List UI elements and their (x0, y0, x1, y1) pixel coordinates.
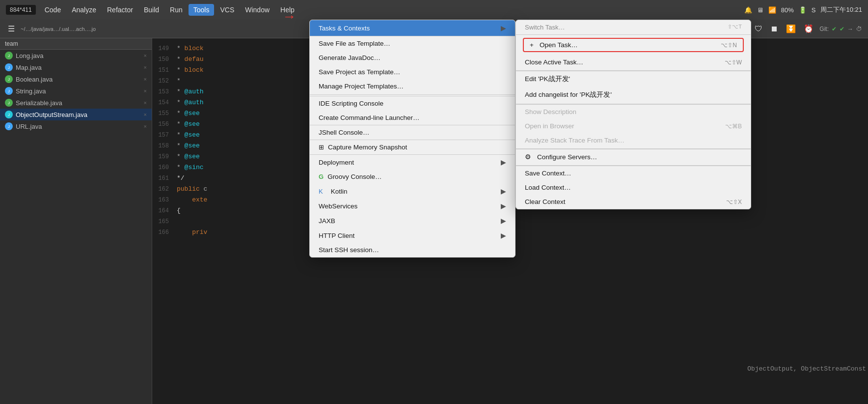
menu-tools[interactable]: Tools (189, 4, 215, 16)
menu-item-deployment[interactable]: Deployment ▶ (310, 155, 515, 170)
menu-window[interactable]: Window (240, 4, 274, 16)
git-tick[interactable]: ✔ (840, 26, 844, 32)
step-btn[interactable]: ⏬ (784, 23, 798, 34)
ide-scripting-label: IDE Scripting Console (319, 100, 383, 107)
edit-pk-label: Edit 'PK战开发' (525, 75, 570, 84)
tasks-contexts-arrow: ▶ (501, 24, 506, 32)
file-icon-objectoutputstream: J (5, 111, 13, 118)
close-objectoutputstream[interactable]: × (144, 112, 147, 117)
submenu-item-open-task[interactable]: + Open Task… ⌥⇧N (523, 38, 744, 52)
submenu-item-load-context[interactable]: Load Context… (516, 180, 751, 195)
app-label: 884*411 (6, 5, 36, 15)
http-client-label: HTTP Client (319, 232, 354, 239)
file-name-long: Long.java (16, 52, 43, 59)
file-name-serializable: Serializable.java (16, 99, 62, 107)
save-file-template-label: Save File as Template… (319, 40, 390, 47)
menu-item-webservices[interactable]: WebServices ▶ (310, 199, 515, 213)
close-map[interactable]: × (144, 64, 147, 70)
sidebar-item-map-java[interactable]: J Map.java × (0, 61, 152, 73)
menu-item-create-cmdline[interactable]: Create Command-line Launcher… (310, 111, 515, 125)
menu-bar: 884*411 Code Analyze Refactor Build Run … (0, 0, 868, 20)
file-icon-url: J (5, 122, 13, 130)
menu-code[interactable]: Code (40, 4, 66, 16)
sidebar-item-long-java[interactable]: J Long.java × (0, 50, 152, 61)
menu-item-capture-memory[interactable]: ⊞ Capture Memory Snapshot (310, 140, 515, 154)
menu-item-http-client[interactable]: HTTP Client ▶ (310, 228, 515, 243)
submenu-item-add-changelist[interactable]: Add changelist for 'PK战开发' (516, 87, 751, 104)
submenu-item-clear-context[interactable]: Clear Context ⌥⇧X (516, 195, 751, 209)
sidebar: team J Long.java × J Map.java × J Boolea… (0, 38, 152, 404)
menu-item-save-project-template[interactable]: Save Project as Template… (310, 65, 515, 79)
open-task-label: Open Task… (540, 41, 578, 49)
sidebar-item-url-java[interactable]: J URL.java × (0, 120, 152, 132)
menu-item-ssh-session[interactable]: Start SSH session… (310, 243, 515, 257)
menu-item-save-file-template[interactable]: Save File as Template… (310, 36, 515, 51)
jaxb-label: JAXB (319, 217, 335, 225)
sidebar-header: team (0, 38, 152, 50)
close-long[interactable]: × (144, 53, 147, 58)
file-icon-map: J (5, 63, 13, 71)
submenu-item-edit-pk[interactable]: Edit 'PK战开发' (516, 71, 751, 87)
sidebar-item-string-java[interactable]: J String.java × (0, 85, 152, 97)
file-name-objectoutputstream: ObjectOutputStream.java (16, 111, 87, 118)
menu-item-ide-scripting[interactable]: IDE Scripting Console (310, 96, 515, 111)
submenu-item-open-browser: Open in Browser ⌥⌘B (516, 119, 751, 133)
open-task-shortcut: ⌥⇧N (721, 42, 737, 49)
git-checkmark[interactable]: ✔ (832, 26, 837, 32)
battery-label: 80% (781, 6, 794, 14)
menu-refactor[interactable]: Refactor (102, 4, 138, 16)
switch-task-shortcut: ⇧⌥T (728, 24, 742, 30)
menu-bar-right: 🔔 🖥 📶 80% 🔋 S 周二下午10:21 (744, 5, 862, 14)
sidebar-item-objectoutputstream-java[interactable]: J ObjectOutputStream.java × (0, 109, 152, 120)
manage-templates-label: Manage Project Templates… (319, 83, 404, 90)
submenu-item-analyze-stack: Analyze Stack Trace From Task… (516, 133, 751, 149)
submenu-item-configure-servers[interactable]: ⚙ Configure Servers… (516, 149, 751, 166)
close-boolean[interactable]: × (144, 76, 147, 82)
menu-item-kotlin[interactable]: K Kotlin ▶ (310, 184, 515, 199)
load-context-label: Load Context… (525, 184, 571, 191)
ssh-session-label: Start SSH session… (319, 246, 379, 254)
submenu-item-save-context[interactable]: Save Context… (516, 166, 751, 180)
tools-menu: Tasks & Contexts ▶ Save File as Template… (309, 20, 515, 258)
file-name-map: Map.java (16, 64, 42, 71)
menu-build[interactable]: Build (139, 4, 164, 16)
wifi-icon: 📶 (768, 6, 776, 14)
configure-servers-label: Configure Servers… (537, 153, 597, 161)
menu-bar-left: 884*411 Code Analyze Refactor Build Run … (6, 4, 744, 16)
webservices-arrow: ▶ (501, 202, 506, 210)
git-clock: ⏱ (856, 26, 862, 32)
coverage-btn[interactable]: 🛡 (753, 24, 764, 34)
menu-item-jaxb[interactable]: JAXB ▶ (310, 213, 515, 228)
submenu-switch-task-header: Switch Task… ⇧⌥T (516, 20, 751, 35)
menu-toggle-btn[interactable]: ☰ (6, 23, 17, 34)
sidebar-item-serializable-java[interactable]: J Serializable.java × (0, 97, 152, 109)
menu-analyze[interactable]: Analyze (67, 4, 101, 16)
time-display: 周二下午10:21 (820, 5, 862, 14)
menu-run[interactable]: Run (165, 4, 188, 16)
kotlin-label: Kotlin (331, 188, 348, 195)
open-task-plus-icon: + (530, 41, 534, 49)
deployment-arrow: ▶ (501, 158, 506, 166)
red-arrow-indicator: → (282, 9, 296, 25)
webservices-label: WebServices (319, 202, 357, 210)
sidebar-item-boolean-java[interactable]: J Boolean.java × (0, 73, 152, 85)
submenu-item-close-active[interactable]: Close Active Task… ⌥⇧W (516, 55, 751, 71)
menu-item-tasks-contexts[interactable]: Tasks & Contexts ▶ (310, 20, 515, 36)
file-name-boolean: Boolean.java (16, 76, 53, 83)
menu-item-manage-templates[interactable]: Manage Project Templates… (310, 79, 515, 95)
menu-item-jshell[interactable]: JShell Console… (310, 125, 515, 140)
menu-item-groovy[interactable]: G Groovy Console… (310, 170, 515, 184)
save-context-label: Save Context… (525, 170, 571, 177)
close-serializable[interactable]: × (144, 100, 147, 106)
stop-btn[interactable]: ⏹ (768, 24, 780, 34)
deployment-label: Deployment (319, 159, 354, 166)
menu-vcs[interactable]: VCS (215, 4, 239, 16)
file-icon-string: J (5, 87, 13, 95)
close-url[interactable]: × (144, 123, 147, 129)
kotlin-icon: K (319, 188, 323, 195)
analyze-stack-label: Analyze Stack Trace From Task… (525, 137, 624, 144)
close-active-shortcut: ⌥⇧W (725, 59, 742, 66)
close-string[interactable]: × (144, 88, 147, 94)
resume-btn[interactable]: ⏰ (802, 23, 815, 34)
menu-item-generate-javadoc[interactable]: Generate JavaDoc… (310, 51, 515, 65)
